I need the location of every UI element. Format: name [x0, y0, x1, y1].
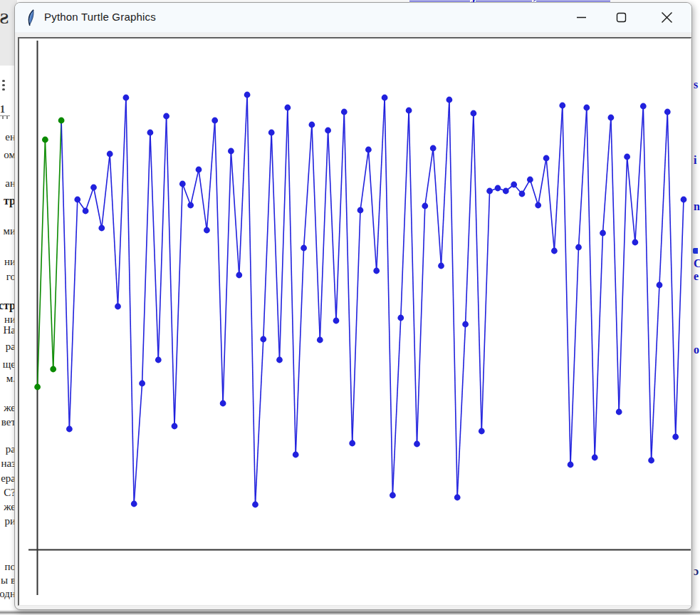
data-point [543, 155, 550, 162]
plot-segment [288, 108, 296, 455]
link-icon-fragment [693, 248, 698, 254]
data-point [438, 263, 444, 269]
data-point [50, 366, 56, 373]
data-point [252, 502, 258, 508]
data-point [211, 118, 218, 124]
data-point [430, 145, 437, 152]
plot-segment [570, 247, 578, 465]
plot-segment [619, 157, 627, 412]
plot-segment [377, 98, 385, 271]
data-point [325, 128, 331, 134]
plot-segment [538, 158, 546, 205]
data-point [648, 458, 654, 464]
plot-segment [110, 154, 117, 306]
data-point [640, 103, 647, 110]
plot-segment [587, 108, 595, 458]
plot-segment [466, 113, 474, 324]
bg-link-fragment: o [694, 343, 700, 356]
plot-segment [182, 184, 190, 205]
data-point [244, 92, 251, 98]
data-point [657, 282, 663, 289]
bg-text-fragment: стр [0, 299, 16, 312]
data-point [616, 409, 622, 415]
data-point [90, 185, 97, 191]
data-point [422, 203, 428, 210]
plot-segment [481, 191, 489, 431]
kebab-menu-icon[interactable] [2, 78, 5, 93]
plot-segment [134, 383, 142, 504]
data-point [632, 239, 639, 246]
data-point [551, 248, 558, 254]
data-point [511, 182, 517, 188]
plot-segment [352, 210, 360, 443]
data-point [139, 381, 145, 387]
bg-text-fragment: наз [1, 457, 16, 470]
data-point [382, 95, 388, 101]
plot-segment [142, 133, 150, 383]
plot-segment [611, 118, 619, 412]
data-point [397, 315, 404, 321]
plot-segment [368, 150, 376, 271]
bg-text-fragment: вет [1, 415, 16, 428]
data-point [608, 115, 615, 121]
data-point [285, 105, 291, 111]
plot-segment [102, 154, 110, 228]
plot-segment [417, 206, 425, 444]
data-point [373, 268, 380, 274]
plot-segment [425, 148, 433, 206]
data-point [624, 154, 630, 160]
plot-segment [94, 187, 102, 228]
data-point [519, 191, 526, 197]
data-point [34, 384, 41, 391]
data-point [486, 188, 493, 195]
screen: { "window": { "title": "Python Turtle Gr… [0, 0, 700, 615]
plot-segment [239, 95, 247, 275]
bg-link-fragment: C [694, 257, 700, 270]
data-point [462, 321, 469, 328]
minimize-button[interactable] [565, 3, 597, 31]
clipped-letter-fragment: Ƨ [0, 10, 9, 28]
plot-segment [643, 106, 651, 460]
plot-segment [401, 110, 409, 318]
plot-segment [652, 285, 659, 460]
data-point [196, 167, 202, 173]
tk-feather-icon [26, 9, 37, 26]
plot-segment [554, 105, 562, 251]
data-point [568, 462, 574, 468]
data-point [204, 227, 210, 234]
data-point [592, 455, 598, 461]
data-point [664, 109, 671, 115]
titlebar[interactable]: Python Turtle Graphics [15, 3, 691, 33]
data-point [454, 495, 461, 501]
plot-segment [118, 98, 126, 306]
plot-segment [247, 95, 255, 505]
data-point [268, 130, 275, 136]
plot-segment [336, 112, 344, 321]
plot-segment [433, 148, 441, 266]
background-bottom-edge [0, 610, 700, 615]
close-button[interactable] [650, 3, 683, 31]
plot-segment [150, 133, 158, 360]
plot-segment [635, 106, 643, 242]
data-point [98, 225, 105, 232]
data-point [495, 185, 501, 192]
data-point [172, 423, 178, 430]
minimize-icon [576, 12, 587, 23]
plot-segment [207, 120, 214, 230]
close-icon [661, 11, 673, 24]
data-point [83, 208, 89, 215]
data-point [187, 202, 194, 209]
maximize-button[interactable] [605, 3, 637, 31]
data-point [333, 318, 340, 324]
plot-segment [474, 113, 481, 431]
data-point [406, 108, 412, 114]
bg-link-fragment: e [694, 270, 700, 283]
data-point [163, 113, 169, 120]
plot-segment [126, 98, 134, 504]
data-point [600, 230, 606, 237]
plot-segment [167, 116, 174, 426]
data-point [341, 109, 348, 115]
plot-segment [38, 140, 46, 387]
data-point [390, 492, 396, 499]
plot-segment [328, 130, 336, 321]
